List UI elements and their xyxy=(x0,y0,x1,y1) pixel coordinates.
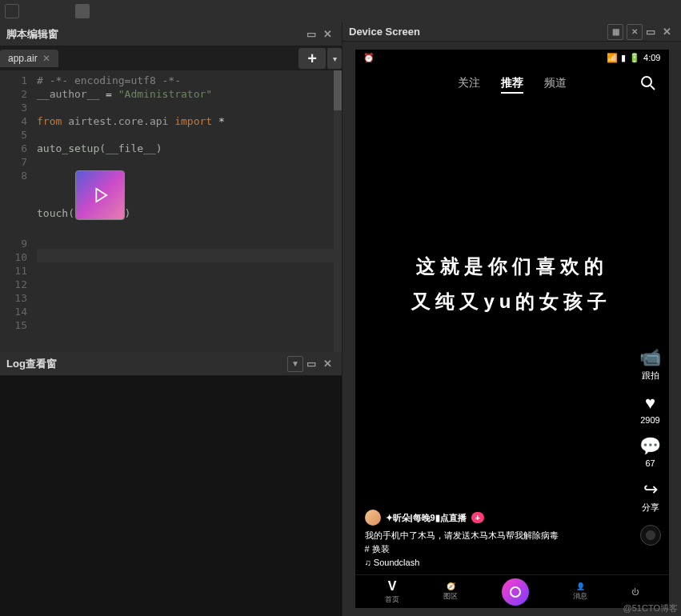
compass-icon: 🧭 xyxy=(447,582,455,590)
nav-home[interactable]: V 首页 xyxy=(385,579,399,605)
nav-create-button[interactable] xyxy=(502,578,529,606)
nav-explore[interactable]: 🧭 图区 xyxy=(443,582,458,602)
current-line xyxy=(37,249,337,262)
device-panel-header: Device Screen ▦ ✕ ▭ ✕ xyxy=(343,22,681,42)
editor-tab[interactable]: app.air ✕ xyxy=(0,50,58,67)
share-icon: ↪ xyxy=(640,479,661,500)
log-filter-icon[interactable]: ▼ xyxy=(287,356,303,372)
device-screen[interactable]: ⏰ 📶 ▮ 🔋 4:09 关注 推荐 频道 xyxy=(355,50,669,608)
log-close-icon[interactable]: ✕ xyxy=(319,356,335,372)
alarm-icon: ⏰ xyxy=(363,53,375,63)
video-caption: 我的手机中了木马，请发送木马木马帮我解除病毒 xyxy=(365,529,621,542)
log-panel-header: Log查看窗 ▼ ▭ ✕ xyxy=(0,352,342,376)
side-actions: 📹 跟拍 ♥ 2909 💬 67 ↪ 分享 xyxy=(640,347,661,546)
wifi-icon: 📶 xyxy=(607,53,618,63)
line-gutter: 1 2 3 4 5 6 7 8 9 10 11 12 13 14 15 xyxy=(0,70,32,352)
play-triangle-icon xyxy=(89,184,111,206)
action-comment[interactable]: 💬 67 xyxy=(640,436,661,468)
log-panel: Log查看窗 ▼ ▭ ✕ xyxy=(0,352,342,616)
device-close-icon[interactable]: ✕ xyxy=(659,24,675,40)
heart-icon: ♥ xyxy=(640,393,661,414)
tab-recommend[interactable]: 推荐 xyxy=(501,76,523,90)
tab-follow[interactable]: 关注 xyxy=(458,76,480,90)
editor-panel-header: 脚本编辑窗 ▭ ✕ xyxy=(0,22,342,46)
tab-channel[interactable]: 频道 xyxy=(544,76,567,90)
log-body[interactable] xyxy=(0,376,342,616)
nav-power[interactable]: ⏻ xyxy=(631,588,639,596)
action-camera[interactable]: 📹 跟拍 xyxy=(640,347,661,382)
video-tag[interactable]: # 换装 xyxy=(365,542,621,556)
log-maximize-icon[interactable]: ▭ xyxy=(303,356,319,372)
svg-line-1 xyxy=(651,86,655,90)
code-editor[interactable]: 1 2 3 4 5 6 7 8 9 10 11 12 13 14 15 # -*… xyxy=(0,70,342,352)
message-icon: 👤 xyxy=(576,582,585,590)
nav-messages[interactable]: 👤 消息 xyxy=(573,582,587,602)
log-panel-title: Log查看窗 xyxy=(6,357,287,371)
video-description: ✦昕朵|每晚9▮点直播 + 我的手机中了木马，请发送木马木马帮我解除病毒 # 换… xyxy=(365,510,621,570)
toolbar-icon-square[interactable] xyxy=(5,4,19,18)
svg-point-0 xyxy=(642,77,651,86)
editor-maximize-icon[interactable]: ▭ xyxy=(303,26,319,42)
signal-icon: ▮ xyxy=(621,53,626,63)
editor-tab-label: app.air xyxy=(8,53,38,64)
power-icon: ⏻ xyxy=(631,588,639,596)
editor-close-icon[interactable]: ✕ xyxy=(319,26,335,42)
username[interactable]: ✦昕朵|每晚9▮点直播 xyxy=(386,511,467,525)
battery-icon: 🔋 xyxy=(629,53,640,63)
code-area[interactable]: # -*- encoding=utf8 -*- __author__ = "Ad… xyxy=(32,70,342,352)
video-music[interactable]: ♫ Soundclash xyxy=(365,556,621,570)
status-bar: ⏰ 📶 ▮ 🔋 4:09 xyxy=(355,50,669,66)
watermark: @51CTO博客 xyxy=(623,602,678,614)
comment-icon: 💬 xyxy=(640,436,661,457)
action-share[interactable]: ↪ 分享 xyxy=(640,479,661,514)
music-disc-icon[interactable] xyxy=(640,525,661,546)
device-tools-icon[interactable]: ✕ xyxy=(627,24,643,40)
toolbar-icon-list[interactable] xyxy=(75,4,90,18)
camera-icon: 📹 xyxy=(640,347,661,368)
device-maximize-icon[interactable]: ▭ xyxy=(643,24,659,40)
editor-panel-title: 脚本编辑窗 xyxy=(6,27,303,42)
editor-scrollbar[interactable] xyxy=(334,70,342,352)
device-grid-icon[interactable]: ▦ xyxy=(607,24,623,40)
follow-plus-badge[interactable]: + xyxy=(471,512,484,523)
video-overlay-text: 这就是你们喜欢的 又纯又yu的女孩子 xyxy=(355,249,669,319)
action-like[interactable]: ♥ 2909 xyxy=(640,393,661,425)
tab-dropdown-icon[interactable]: ▾ xyxy=(327,48,342,69)
avatar[interactable] xyxy=(365,510,381,526)
editor-tab-bar: app.air ✕ + ▾ xyxy=(0,46,342,70)
bottom-nav: V 首页 🧭 图区 👤 消息 ⏻ xyxy=(355,574,669,608)
device-panel-title: Device Screen xyxy=(349,26,607,38)
status-time: 4:09 xyxy=(643,53,660,62)
search-icon[interactable] xyxy=(639,74,658,93)
tab-close-icon[interactable]: ✕ xyxy=(42,53,50,64)
top-toolbar xyxy=(0,0,681,22)
feed-tabs: 关注 推荐 频道 xyxy=(355,72,669,94)
tab-add-button[interactable]: + xyxy=(298,48,326,69)
